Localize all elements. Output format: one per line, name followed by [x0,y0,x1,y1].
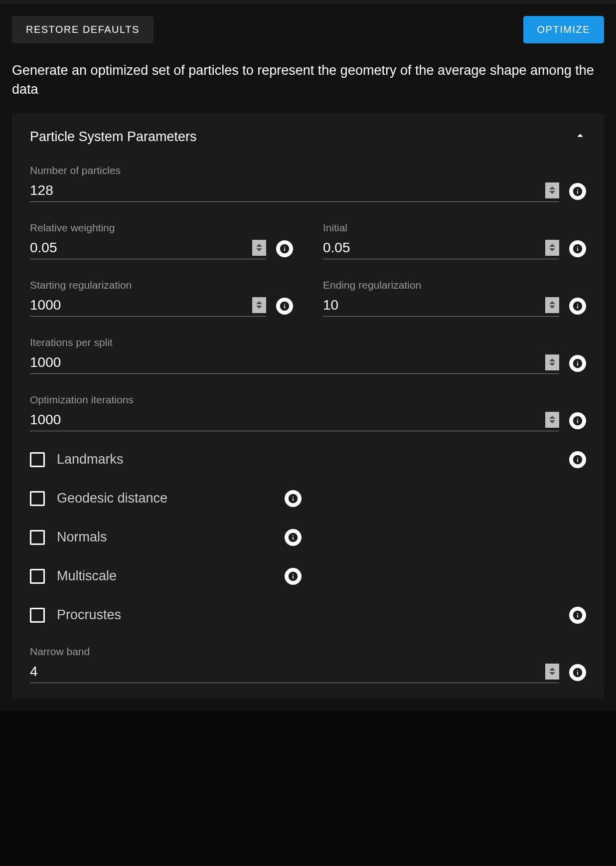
restore-defaults-button[interactable]: Restore Defaults [12,16,154,43]
checkbox-group-procrustes: Procrustes [30,607,559,623]
geodesic-checkbox[interactable] [30,491,45,506]
field-group-initial: Initial [323,222,586,259]
geodesic-label: Geodesic distance [57,491,167,506]
checkbox-group-multiscale: Multiscale [30,568,275,584]
checkbox-row-multiscale: Multiscale [30,568,586,585]
info-icon[interactable] [569,183,586,200]
section-title: Particle System Parameters [30,129,197,145]
iter-per-split-label: Iterations per split [30,337,559,348]
landmarks-checkbox[interactable] [30,452,45,467]
spinner-up-icon [549,668,555,671]
spinner-down-icon [549,420,555,423]
field-ending-reg: Ending regularization [323,279,559,317]
info-icon[interactable] [569,607,586,624]
relative-weighting-input-wrapper [30,237,266,259]
iter-per-split-input-wrapper [30,351,559,374]
spinner-up-icon [549,244,555,247]
starting-reg-spinner[interactable] [252,297,266,313]
landmarks-label: Landmarks [57,452,124,467]
multiscale-checkbox[interactable] [30,569,45,584]
info-icon[interactable] [276,298,293,315]
info-icon[interactable] [285,490,302,507]
field-opt-iterations: Optimization iterations [30,394,559,431]
info-icon[interactable] [569,412,586,429]
checkbox-row-landmarks: Landmarks [30,451,586,468]
ending-reg-input[interactable] [323,294,541,316]
info-icon[interactable] [569,451,586,468]
chevron-up-icon [574,130,586,144]
num-particles-spinner[interactable] [545,182,559,198]
info-icon[interactable] [569,298,586,315]
normals-checkbox[interactable] [30,530,45,545]
starting-reg-input[interactable] [30,294,248,316]
spinner-up-icon [549,358,555,361]
iter-per-split-spinner[interactable] [545,354,559,370]
spinner-down-icon [549,363,555,366]
num-particles-input-wrapper [30,179,559,202]
starting-reg-input-wrapper [30,294,266,317]
initial-spinner[interactable] [545,240,559,256]
narrow-band-label: Narrow band [30,646,559,658]
field-row-opt-iterations: Optimization iterations [30,394,586,431]
opt-iterations-input-wrapper [30,409,559,431]
spinner-up-icon [256,244,262,247]
spinner-down-icon [549,672,555,675]
optimize-button[interactable]: Optimize [523,16,604,43]
spinner-down-icon [549,306,555,309]
checkbox-group-geodesic: Geodesic distance [30,491,275,506]
checkbox-row-geodesic: Geodesic distance [30,490,586,507]
checkbox-row-normals: Normals [30,529,586,546]
relative-weighting-input[interactable] [30,237,248,259]
field-group-starting-reg: Starting regularization [30,279,293,317]
field-row-narrow-band: Narrow band [30,646,586,683]
narrow-band-input[interactable] [30,661,541,683]
spinner-up-icon [549,186,555,189]
procrustes-checkbox[interactable] [30,608,45,623]
description-text: Generate an optimized set of particles t… [12,61,604,99]
ending-reg-label: Ending regularization [323,279,559,291]
field-row-iter-per-split: Iterations per split [30,337,586,374]
field-row-num-particles: Number of particles [30,165,586,202]
iter-per-split-input[interactable] [30,351,541,373]
field-row-weighting-initial: Relative weighting Initial [30,222,586,259]
ending-reg-input-wrapper [323,294,559,317]
checkbox-group-normals: Normals [30,529,275,545]
opt-iterations-input[interactable] [30,409,541,431]
field-starting-reg: Starting regularization [30,279,266,317]
opt-iterations-spinner[interactable] [545,412,559,428]
field-relative-weighting: Relative weighting [30,222,266,259]
relative-weighting-label: Relative weighting [30,222,266,234]
field-row-regularization: Starting regularization Ending regular [30,279,586,317]
spinner-up-icon [549,301,555,304]
section-header[interactable]: Particle System Parameters [30,129,586,145]
field-group-ending-reg: Ending regularization [323,279,586,317]
relative-weighting-spinner[interactable] [252,240,266,256]
narrow-band-input-wrapper [30,661,559,683]
ending-reg-spinner[interactable] [545,297,559,313]
field-group-relative-weighting: Relative weighting [30,222,293,259]
spinner-down-icon [549,248,555,251]
field-initial: Initial [323,222,559,259]
narrow-band-spinner[interactable] [545,664,559,680]
spinner-down-icon [549,191,555,194]
info-icon[interactable] [285,529,302,546]
field-narrow-band: Narrow band [30,646,559,683]
spinner-up-icon [256,301,262,304]
parameters-panel: Particle System Parameters Number of par… [12,113,604,699]
normals-label: Normals [57,529,107,545]
procrustes-label: Procrustes [57,607,121,623]
opt-iterations-label: Optimization iterations [30,394,559,406]
spinner-down-icon [256,248,262,251]
main-container: Restore Defaults Optimize Generate an op… [0,0,616,711]
initial-input[interactable] [323,237,541,259]
starting-reg-label: Starting regularization [30,279,266,291]
checkbox-row-procrustes: Procrustes [30,607,586,624]
info-icon[interactable] [569,664,586,681]
field-iter-per-split: Iterations per split [30,337,559,374]
initial-label: Initial [323,222,559,234]
num-particles-input[interactable] [30,179,541,201]
info-icon[interactable] [285,568,302,585]
info-icon[interactable] [569,240,586,257]
info-icon[interactable] [276,240,293,257]
info-icon[interactable] [569,355,586,372]
